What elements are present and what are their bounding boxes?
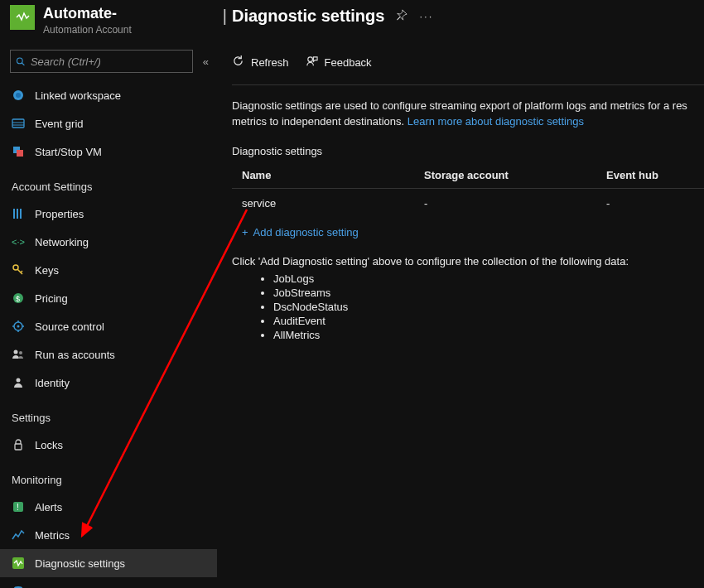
col-eventhub: Event hub — [596, 162, 704, 189]
sidebar-item-diagnostic-settings[interactable]: Diagnostic settings — [0, 549, 217, 577]
sidebar-item-metrics[interactable]: Metrics — [0, 521, 217, 549]
sidebar-item-locks[interactable]: Locks — [0, 431, 217, 459]
app-title-block: Automate- Automation Account — [43, 5, 132, 36]
pricing-icon: $ — [12, 292, 25, 305]
svg-point-32 — [307, 57, 312, 62]
main-content: Refresh Feedback Diagnostic settings are… — [217, 41, 704, 588]
sidebar-item-run-as-accounts[interactable]: Run as accounts — [0, 340, 217, 369]
diagnostic-icon — [12, 557, 25, 570]
sidebar-item-label: Keys — [35, 264, 59, 277]
sidebar-item-label: Properties — [35, 208, 84, 220]
cell-eventhub: - — [596, 188, 704, 218]
sidebar-item-label: Linked workspace — [35, 89, 121, 102]
page-title: Diagnostic settings — [232, 7, 384, 26]
refresh-label: Refresh — [251, 56, 289, 69]
svg-text:$: $ — [16, 295, 20, 303]
svg-point-0 — [17, 58, 22, 64]
svg-text:<·>: <·> — [12, 237, 25, 247]
list-item: JobStreams — [273, 287, 704, 299]
svg-rect-10 — [17, 209, 18, 219]
logs-icon — [12, 585, 25, 588]
gear-icon — [12, 320, 25, 333]
svg-rect-11 — [20, 209, 22, 219]
sidebar-item-source-control[interactable]: Source control — [0, 312, 217, 340]
automation-account-icon — [10, 5, 35, 30]
more-icon[interactable]: ··· — [419, 10, 433, 22]
sidebar-item-label: Run as accounts — [35, 349, 115, 361]
vm-icon — [12, 145, 25, 158]
list-item: AuditEvent — [273, 315, 704, 327]
metrics-icon — [12, 528, 25, 542]
alerts-icon: ! — [12, 500, 25, 513]
svg-point-26 — [17, 378, 21, 383]
add-diagnostic-setting-link[interactable]: + Add diagnostic setting — [242, 226, 704, 239]
grid-icon — [12, 117, 25, 130]
section-header-monitoring: Monitoring — [0, 459, 217, 493]
svg-rect-8 — [17, 150, 23, 157]
sidebar-item-label: Logs — [35, 586, 58, 589]
page-title-separator: | — [223, 7, 227, 26]
list-item: DscNodeStatus — [273, 301, 704, 313]
svg-line-1 — [22, 62, 24, 65]
feedback-label: Feedback — [325, 56, 372, 69]
svg-point-25 — [19, 351, 22, 354]
sidebar-item-alerts[interactable]: ! Alerts — [0, 493, 217, 521]
sidebar: « Linked workspace Event grid Start/Stop… — [0, 41, 217, 588]
sidebar-item-start-stop-vm[interactable]: Start/Stop VM — [0, 137, 217, 166]
sidebar-item-label: Metrics — [35, 529, 70, 542]
sidebar-item-properties[interactable]: Properties — [0, 200, 217, 228]
table-row[interactable]: service - - — [232, 188, 704, 218]
sidebar-item-label: Diagnostic settings — [35, 557, 125, 570]
sidebar-item-label: Locks — [35, 439, 63, 451]
sidebar-item-pricing[interactable]: $ Pricing — [0, 284, 217, 312]
diag-table-label: Diagnostic settings — [232, 145, 704, 157]
svg-rect-4 — [12, 119, 24, 128]
sidebar-item-label: Pricing — [35, 292, 68, 305]
collapse-sidebar-icon[interactable]: « — [203, 55, 209, 68]
col-name: Name — [232, 162, 414, 189]
svg-text:!: ! — [17, 503, 19, 512]
list-item: JobLogs — [273, 272, 704, 285]
sidebar-item-logs[interactable]: Logs — [0, 577, 217, 588]
runas-icon — [12, 348, 25, 361]
sidebar-item-event-grid[interactable]: Event grid — [0, 109, 217, 137]
diagnostic-settings-table: Name Storage account Event hub service -… — [232, 162, 704, 218]
svg-point-19 — [17, 325, 20, 328]
app-subtitle: Automation Account — [43, 24, 132, 36]
feedback-icon — [306, 55, 318, 70]
app-title: Automate- — [43, 5, 132, 22]
refresh-button[interactable]: Refresh — [232, 55, 289, 70]
sidebar-item-linked-workspace[interactable]: Linked workspace — [0, 81, 217, 109]
plus-icon: + — [242, 226, 248, 239]
col-storage: Storage account — [414, 162, 596, 189]
cell-name: service — [232, 188, 414, 218]
sidebar-item-keys[interactable]: Keys — [0, 256, 217, 284]
search-input[interactable] — [31, 55, 187, 68]
workspace-icon — [12, 89, 25, 102]
search-box[interactable] — [10, 50, 193, 73]
cell-storage: - — [414, 188, 596, 218]
intro-text: Diagnostic settings are used to configur… — [232, 99, 704, 130]
learn-more-link[interactable]: Learn more about diagnostic settings — [407, 115, 584, 128]
svg-line-15 — [21, 271, 22, 272]
sidebar-item-label: Start/Stop VM — [35, 146, 102, 158]
refresh-icon — [232, 55, 244, 70]
click-instruction: Click 'Add Diagnostic setting' above to … — [232, 255, 704, 267]
sidebar-item-identity[interactable]: Identity — [0, 369, 217, 397]
svg-rect-27 — [15, 444, 22, 450]
svg-point-3 — [16, 93, 21, 98]
sidebar-item-label: Networking — [35, 236, 89, 248]
feedback-button[interactable]: Feedback — [306, 55, 372, 70]
pin-icon[interactable] — [396, 9, 407, 23]
lock-icon — [12, 438, 25, 451]
sidebar-item-networking[interactable]: <·> Networking — [0, 228, 217, 256]
sidebar-item-label: Source control — [35, 321, 104, 333]
section-header-settings: Settings — [0, 397, 217, 431]
sidebar-item-label: Identity — [35, 377, 70, 389]
sidebar-item-label: Alerts — [35, 501, 62, 513]
section-header-account-settings: Account Settings — [0, 166, 217, 200]
data-types-list: JobLogs JobStreams DscNodeStatus AuditEv… — [273, 272, 704, 341]
toolbar: Refresh Feedback — [232, 55, 704, 85]
list-item: AllMetrics — [273, 329, 704, 341]
keys-icon — [12, 263, 25, 277]
